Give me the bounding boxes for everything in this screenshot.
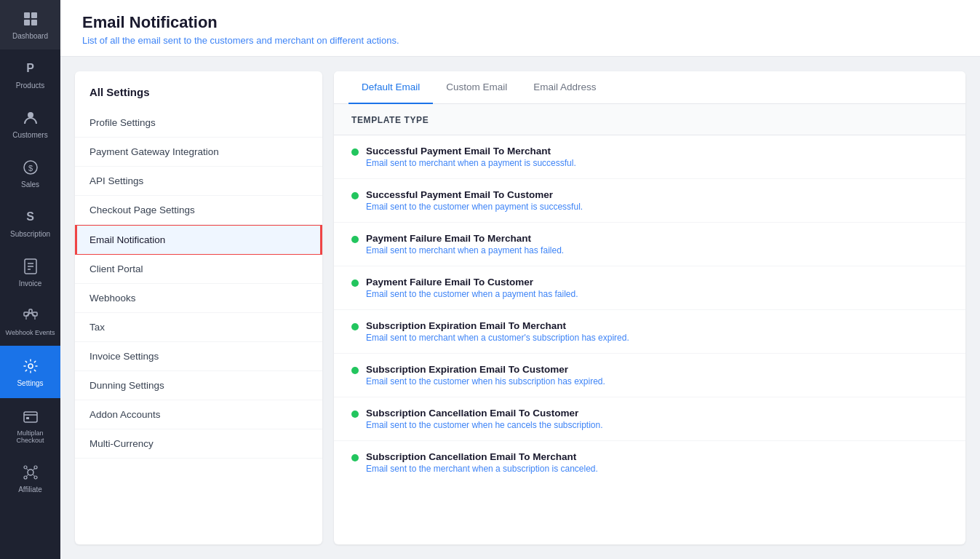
multiplan-icon (20, 407, 41, 427)
sidebar-item-invoice[interactable]: Invoice (0, 247, 60, 297)
status-dot-active (351, 323, 359, 330)
svg-rect-19 (24, 412, 37, 422)
sidebar-affiliate-label: Affiliate (18, 485, 42, 494)
email-title: Subscription Expiration Email To Custome… (366, 364, 605, 375)
sidebar-item-webhook-events[interactable]: Webhook Events (0, 297, 60, 346)
svg-rect-1 (31, 12, 37, 18)
email-title: Successful Payment Email To Customer (366, 189, 583, 200)
svg-line-29 (26, 474, 28, 476)
sidebar-item-settings[interactable]: Settings (0, 346, 60, 398)
email-desc: Email sent to the customer when he cance… (366, 420, 603, 430)
sidebar-webhook-label: Webhook Events (6, 329, 55, 337)
svg-point-4 (28, 112, 33, 118)
status-dot-active (351, 148, 359, 156)
nav-item-multi-currency[interactable]: Multi-Currency (75, 429, 322, 459)
svg-line-30 (33, 474, 34, 476)
status-dot-active (351, 236, 359, 243)
status-dot-active (351, 454, 359, 461)
status-dot-active (351, 280, 359, 287)
email-title: Payment Failure Email To Customer (366, 277, 578, 288)
svg-rect-2 (24, 20, 30, 25)
sidebar-invoice-label: Invoice (19, 280, 42, 288)
list-item[interactable]: Successful Payment Email To Customer Ema… (334, 179, 965, 223)
affiliate-icon (20, 462, 41, 483)
nav-item-tax[interactable]: Tax (75, 313, 322, 342)
settings-icon (20, 356, 41, 376)
email-desc: Email sent to the customer when a paymen… (366, 289, 578, 299)
page-header: Email Notification List of all the email… (60, 0, 980, 57)
tab-custom-email[interactable]: Custom Email (433, 71, 520, 104)
email-info: Subscription Expiration Email To Custome… (366, 364, 605, 386)
email-info: Subscription Cancellation Email To Merch… (366, 451, 598, 474)
nav-item-checkout-page[interactable]: Checkout Page Settings (75, 196, 322, 225)
svg-point-22 (28, 469, 33, 475)
email-info: Payment Failure Email To Merchant Email … (366, 233, 564, 255)
svg-text:$: $ (28, 164, 32, 173)
sidebar-item-dashboard[interactable]: Dashboard (0, 0, 60, 49)
email-title: Subscription Cancellation Email To Custo… (366, 408, 603, 419)
list-item[interactable]: Subscription Expiration Email To Merchan… (334, 310, 965, 354)
nav-item-client-portal[interactable]: Client Portal (75, 255, 322, 284)
nav-item-webhooks[interactable]: Webhooks (75, 284, 322, 313)
sidebar-products-label: Products (16, 82, 44, 90)
list-item[interactable]: Payment Failure Email To Customer Email … (334, 266, 965, 310)
sidebar-item-multiplan-checkout[interactable]: Multiplan Checkout (0, 398, 60, 453)
email-info: Subscription Cancellation Email To Custo… (366, 408, 603, 430)
svg-rect-21 (26, 417, 29, 419)
status-dot-active (351, 367, 359, 374)
sidebar-item-affiliate[interactable]: Affiliate (0, 453, 60, 503)
email-info: Subscription Expiration Email To Merchan… (366, 320, 629, 343)
list-item[interactable]: Payment Failure Email To Merchant Email … (334, 223, 965, 266)
nav-item-dunning-settings[interactable]: Dunning Settings (75, 371, 322, 400)
email-desc: Email sent to merchant when a customer's… (366, 333, 629, 343)
sidebar-subscription-label: Subscription (10, 230, 50, 239)
sidebar-item-sales[interactable]: $ Sales (0, 148, 60, 198)
sidebar: Dashboard P Products Customers $ Sales S… (0, 0, 60, 559)
tab-email-address[interactable]: Email Address (520, 71, 609, 104)
sidebar-settings-label: Settings (17, 379, 43, 388)
svg-line-27 (26, 468, 28, 470)
nav-item-invoice-settings[interactable]: Invoice Settings (75, 342, 322, 371)
svg-line-28 (33, 468, 34, 470)
sidebar-dashboard-label: Dashboard (12, 32, 48, 41)
email-info: Payment Failure Email To Customer Email … (366, 277, 578, 299)
svg-point-18 (28, 364, 33, 368)
sidebar-customers-label: Customers (12, 131, 47, 140)
tab-default-email[interactable]: Default Email (348, 71, 433, 104)
customers-icon (20, 108, 41, 128)
products-icon: P (20, 58, 41, 79)
svg-rect-3 (31, 20, 37, 25)
email-desc: Email sent to the customer when payment … (366, 202, 583, 212)
email-title: Subscription Cancellation Email To Merch… (366, 451, 598, 462)
subscription-icon: S (20, 207, 41, 227)
email-desc: Email sent to the customer when his subs… (366, 376, 605, 386)
dashboard-icon (20, 9, 41, 29)
email-desc: Email sent to the merchant when a subscr… (366, 464, 598, 474)
status-dot-active (351, 411, 359, 418)
list-item[interactable]: Subscription Cancellation Email To Merch… (334, 441, 965, 484)
list-item[interactable]: Subscription Cancellation Email To Custo… (334, 397, 965, 441)
nav-item-addon-accounts[interactable]: Addon Accounts (75, 400, 322, 429)
list-item[interactable]: Subscription Expiration Email To Custome… (334, 354, 965, 397)
sidebar-item-customers[interactable]: Customers (0, 99, 60, 148)
sidebar-sales-label: Sales (21, 181, 39, 189)
email-info: Successful Payment Email To Merchant Ema… (366, 146, 576, 168)
email-title: Payment Failure Email To Merchant (366, 233, 564, 244)
right-panel: Default Email Custom Email Email Address… (334, 71, 965, 544)
sales-icon: $ (20, 157, 41, 178)
email-title: Subscription Expiration Email To Merchan… (366, 320, 629, 331)
nav-item-api-settings[interactable]: API Settings (75, 167, 322, 196)
nav-item-payment-gateway[interactable]: Payment Gateway Integration (75, 138, 322, 167)
svg-rect-0 (24, 12, 30, 18)
email-title: Successful Payment Email To Merchant (366, 146, 576, 156)
nav-item-email-notification[interactable]: Email Notification (75, 225, 322, 255)
list-item[interactable]: Successful Payment Email To Merchant Ema… (334, 135, 965, 179)
svg-rect-12 (29, 309, 32, 313)
settings-panel: All Settings Profile Settings Payment Ga… (75, 71, 322, 544)
email-list: Successful Payment Email To Merchant Ema… (334, 135, 965, 544)
status-dot-active (351, 192, 359, 199)
nav-item-profile-settings[interactable]: Profile Settings (75, 108, 322, 138)
email-desc: Email sent to merchant when a payment is… (366, 158, 576, 168)
sidebar-item-products[interactable]: P Products (0, 49, 60, 99)
sidebar-item-subscription[interactable]: S Subscription (0, 198, 60, 247)
